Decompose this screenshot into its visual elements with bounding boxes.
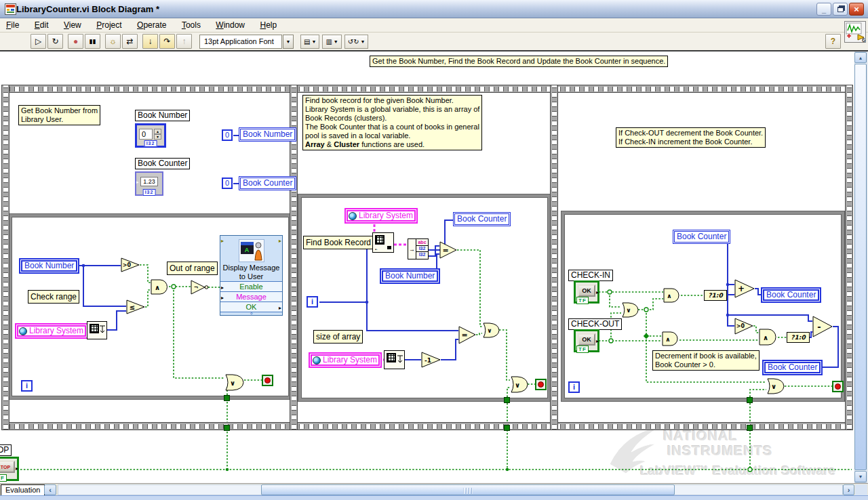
loop-condition-terminal[interactable] [832, 381, 844, 392]
book-counter-control-value[interactable]: 1.23 [140, 177, 158, 186]
numeric-constant-zero[interactable]: 0 [222, 129, 233, 141]
book-counter-local[interactable]: Book Counter [453, 212, 511, 226]
sequence-tunnel[interactable] [224, 425, 230, 431]
check-out-label[interactable]: CHECK-OUT [568, 318, 622, 330]
array-size-node[interactable] [384, 350, 405, 369]
check-range-comment[interactable]: Check range [28, 290, 79, 304]
book-number-local[interactable]: Book Number [380, 268, 440, 284]
unbundle-row-string: abc [416, 239, 428, 246]
equal-node[interactable]: = [458, 326, 476, 344]
or-node[interactable]: ∨ [766, 378, 785, 394]
decrement-node[interactable]: -1 [421, 352, 441, 368]
vi-icon[interactable]: 6 [844, 21, 866, 43]
book-counter-control-label[interactable]: Book Counter [135, 158, 190, 169]
book-number-control[interactable]: 0 ▴ ▾ I32 [135, 123, 166, 148]
loop-tunnel[interactable] [224, 395, 230, 401]
iteration-terminal[interactable]: i [307, 296, 318, 308]
greater-than-zero-node[interactable]: >0 [734, 318, 753, 335]
find-book-record-comment[interactable]: Find Book Record [303, 236, 374, 249]
express-row-ok[interactable]: OK ▸ [220, 301, 282, 312]
array-size-node[interactable] [87, 321, 107, 339]
express-row-enable[interactable]: ▸ Enable [220, 281, 282, 291]
book-number-local[interactable]: Book Number [19, 258, 79, 274]
library-system-global[interactable]: Library System [15, 323, 88, 339]
book-counter-control[interactable]: ▸ 1.23 I32 [135, 171, 163, 196]
loop-condition-terminal[interactable] [262, 375, 273, 386]
book-counter-local[interactable]: Book Counter [762, 360, 823, 375]
svg-text:∧: ∧ [667, 293, 671, 299]
spinner-up-icon[interactable]: ▴ [154, 129, 161, 134]
book-counter-indicator[interactable]: Book Counter [239, 176, 296, 190]
and-node[interactable]: ∧ [759, 329, 778, 346]
frame-arrow-icon: ▸ [221, 238, 224, 244]
sequence-comment[interactable]: Get the Book Number, Find the Book Recor… [370, 56, 668, 67]
check-out-ok-button[interactable]: OK ▸ TF [574, 329, 599, 352]
iteration-terminal[interactable]: i [568, 381, 580, 393]
frame-arrow-icon: ▸ [279, 238, 281, 244]
out-of-range-comment[interactable]: Out of range [167, 262, 218, 275]
or-node[interactable]: ∨ [224, 374, 244, 391]
globe-icon [19, 327, 27, 335]
frame1-comment[interactable]: Get Book Number from Library User. [18, 105, 100, 125]
stop-control-label[interactable]: OP [0, 444, 12, 456]
book-number-control-value[interactable]: 0 [139, 129, 153, 140]
svg-text:∨: ∨ [487, 327, 492, 334]
select-node[interactable]: ?1:0 [704, 290, 727, 301]
labview-window: LibraryCounter.vi Block Diagram * _ × Fi… [0, 0, 868, 500]
sequence-border-right[interactable] [845, 85, 853, 430]
and-node[interactable]: ∧ [151, 279, 169, 295]
svg-text:∧: ∧ [763, 334, 768, 341]
equal-node[interactable]: = [439, 241, 457, 259]
sequence-border-bottom[interactable] [1, 422, 853, 430]
iteration-terminal[interactable]: i [21, 380, 33, 392]
unbundle-row-i32: I32 [416, 252, 428, 258]
loop-tunnel[interactable] [504, 397, 510, 403]
frame3-comment[interactable]: If Check-OUT decrement the Book Counter.… [616, 127, 766, 148]
loop-tunnel[interactable] [747, 397, 753, 403]
check-in-label[interactable]: CHECK-IN [568, 270, 613, 281]
unbundle-row-i32: I32 [416, 246, 428, 252]
stop-button-control[interactable]: TOP ▸ TF [0, 457, 19, 481]
book-number-indicator[interactable]: Book Number [239, 127, 296, 142]
book-counter-local[interactable]: Book Counter [673, 230, 730, 244]
add-node[interactable]: + [734, 279, 755, 298]
not-node[interactable]: ¬ [191, 280, 209, 295]
sequence-tunnel[interactable] [747, 425, 753, 431]
sequence-border-left[interactable] [1, 85, 9, 430]
less-equal-node[interactable]: ≤ [126, 299, 145, 314]
block-diagram[interactable]: NATIONAL INSTRUMENTS LabVIEW™ Evaluation… [0, 51, 868, 483]
size-of-array-comment[interactable]: size of array [313, 330, 363, 343]
library-system-global[interactable]: Library System [309, 352, 382, 368]
or-node[interactable]: ∨ [482, 322, 500, 338]
svg-text:-: - [817, 322, 821, 332]
spinner-down-icon[interactable]: ▾ [154, 134, 161, 140]
svg-text:>0: >0 [736, 323, 745, 329]
sequence-tunnel[interactable] [504, 425, 510, 431]
book-counter-local[interactable]: Book Counter [761, 287, 821, 303]
index-dots-icon: ▪· [375, 247, 378, 251]
index-array-node[interactable]: ▪· [372, 232, 394, 253]
subtract-node[interactable]: - [812, 316, 833, 337]
express-expand-row[interactable]: » [220, 312, 282, 318]
greater-than-zero-node[interactable]: >0 [121, 257, 140, 272]
svg-text:∨: ∨ [771, 383, 776, 390]
check-in-ok-button[interactable]: OK ▸ TF [574, 280, 599, 304]
array-grid-icon [90, 324, 99, 333]
express-row-message[interactable]: ▸ Message [220, 291, 282, 301]
or-node[interactable]: ∨ [510, 376, 528, 393]
loop-condition-terminal[interactable] [535, 379, 547, 390]
or-node[interactable]: ∨ [621, 302, 639, 318]
decrement-comment[interactable]: Decrement if book is available, Book Cou… [652, 350, 760, 371]
and-node[interactable]: ∧ [663, 288, 681, 303]
express-vi-title: Display Message to User [220, 264, 282, 281]
select-node[interactable]: ?1:0 [787, 332, 810, 343]
frame2-comment[interactable]: Find book record for the given Book Numb… [302, 95, 482, 150]
sequence-border-top[interactable] [1, 85, 853, 93]
sequence-frame-seam-2[interactable] [550, 85, 558, 430]
book-number-control-label[interactable]: Book Number [135, 110, 190, 121]
library-system-global[interactable]: Library System [344, 208, 418, 224]
display-message-express-vi[interactable]: ▸ ▸ A Display Message to User ▸ Enable ▸… [220, 235, 283, 316]
and-node[interactable]: ∧ [662, 331, 679, 346]
unbundle-node[interactable]: → abc I32 I32 [408, 238, 429, 259]
numeric-constant-zero[interactable]: 0 [222, 178, 233, 189]
